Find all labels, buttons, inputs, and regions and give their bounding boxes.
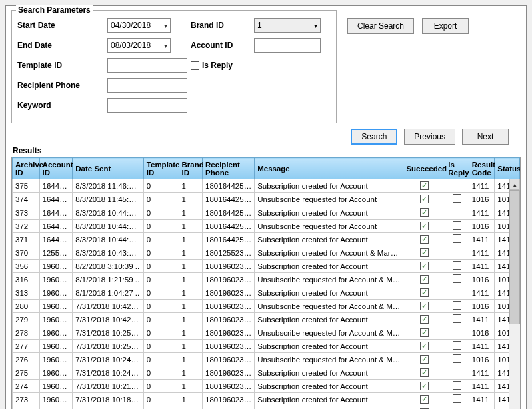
succeeded-cell[interactable]: ✓ (403, 313, 445, 326)
account-id-input[interactable] (254, 38, 321, 53)
succeeded-cell[interactable]: ✓ (403, 246, 445, 260)
col-succeeded[interactable]: Succeeded (403, 158, 445, 179)
checkbox-icon (453, 208, 461, 216)
recipient-phone-input[interactable] (107, 78, 187, 93)
col-template-id[interactable]: Template ID (143, 158, 179, 179)
next-button[interactable]: Next (462, 129, 509, 145)
end-date-input[interactable]: 08/03/2018▾ (107, 38, 171, 53)
col-brand-id[interactable]: Brand ID (179, 158, 203, 179)
chevron-down-icon: ▾ (164, 42, 167, 49)
table-row[interactable]: 37012552328/3/2018 10:43:50..01180125523… (13, 246, 520, 260)
table-row[interactable]: 37116442588/3/2018 10:44:27..01180164425… (13, 233, 520, 246)
succeeded-cell[interactable]: ✓ (403, 260, 445, 273)
cell: 18019602376 (203, 326, 255, 340)
export-button[interactable]: Export (422, 18, 469, 34)
col-is-reply[interactable]: Is Reply (445, 158, 469, 179)
is-reply-checkbox[interactable]: Is Reply (191, 61, 233, 70)
succeeded-cell[interactable]: ✓ (403, 340, 445, 353)
col-recipient-phone[interactable]: Recipient Phone (203, 158, 255, 179)
table-row[interactable]: 27519602377/31/2018 10:24:10011801960237… (13, 366, 520, 380)
succeeded-cell[interactable]: ✓ (403, 286, 445, 300)
is-reply-cell[interactable] (445, 353, 469, 366)
table-row[interactable]: 31619602378/1/2018 1:21:59 ..01180196023… (13, 273, 520, 286)
is-reply-cell[interactable] (445, 260, 469, 273)
col-date-sent[interactable]: Date Sent (73, 158, 144, 179)
vertical-scrollbar[interactable]: ▴ ▾ (509, 179, 520, 409)
is-reply-cell[interactable] (445, 179, 469, 193)
table-row[interactable]: 27719602377/31/2018 10:25:33011801960237… (13, 340, 520, 353)
results-table[interactable]: Archive ID Account ID Date Sent Template… (12, 157, 520, 409)
is-reply-cell[interactable] (445, 326, 469, 340)
table-row[interactable]: 27419602377/31/2018 10:21:12011801960237… (13, 380, 520, 393)
cell: 1 (179, 380, 203, 393)
is-reply-cell[interactable] (445, 300, 469, 313)
succeeded-cell[interactable]: ✓ (403, 393, 445, 406)
is-reply-cell[interactable] (445, 380, 469, 393)
is-reply-cell[interactable] (445, 273, 469, 286)
is-reply-cell[interactable] (445, 246, 469, 260)
succeeded-cell[interactable]: ✓ (403, 233, 445, 246)
is-reply-cell[interactable] (445, 286, 469, 300)
is-reply-cell[interactable] (445, 340, 469, 353)
cell: 0 (143, 326, 179, 340)
col-archive-id[interactable]: Archive ID (13, 158, 40, 179)
template-id-input[interactable] (107, 58, 187, 73)
table-row[interactable]: 37416442588/3/2018 11:45:53..01180164425… (13, 193, 520, 206)
table-row[interactable]: 37316442588/3/2018 10:44:58..01180164425… (13, 206, 520, 220)
col-status[interactable]: Status (495, 158, 520, 179)
succeeded-cell[interactable]: ✓ (403, 179, 445, 193)
succeeded-cell[interactable]: ✓ (403, 300, 445, 313)
succeeded-cell[interactable]: ✓ (403, 193, 445, 206)
table-row[interactable]: 27219602377/31/2018 10:17:41011801960237… (13, 406, 520, 410)
cell: 0 (143, 179, 179, 193)
succeeded-cell[interactable]: ✓ (403, 380, 445, 393)
cell: 18016442586 (203, 179, 255, 193)
checkbox-icon: ✓ (420, 222, 429, 230)
cell: 1016 (469, 353, 495, 366)
succeeded-cell[interactable]: ✓ (403, 353, 445, 366)
is-reply-cell[interactable] (445, 406, 469, 410)
succeeded-cell[interactable]: ✓ (403, 366, 445, 380)
cell: 1960237 (39, 326, 73, 340)
succeeded-cell[interactable]: ✓ (403, 326, 445, 340)
is-reply-cell[interactable] (445, 193, 469, 206)
cell: 18019602376 (203, 260, 255, 273)
table-row[interactable]: 27319602377/31/2018 10:18:50011801960237… (13, 393, 520, 406)
table-row[interactable]: 27919602377/31/2018 10:42:43011801960237… (13, 313, 520, 326)
table-row[interactable]: 27619602377/31/2018 10:24:14011801960237… (13, 353, 520, 366)
checkbox-icon: ✓ (420, 195, 429, 203)
cell: 8/3/2018 11:45:53.. (73, 193, 144, 206)
succeeded-cell[interactable]: ✓ (403, 406, 445, 410)
table-row[interactable]: 27819602377/31/2018 10:25:51011801960237… (13, 326, 520, 340)
is-reply-cell[interactable] (445, 220, 469, 233)
table-row[interactable]: 28019602377/31/2018 10:42:47011801960237… (13, 300, 520, 313)
keyword-input[interactable] (107, 98, 187, 113)
cell: 1960237 (39, 300, 73, 313)
brand-id-select[interactable]: 1▾ (254, 18, 321, 33)
previous-button[interactable]: Previous (404, 129, 455, 145)
cell: Unsubscribe requested for Account & Mar.… (255, 300, 403, 313)
col-account-id[interactable]: Account ID (39, 158, 73, 179)
cell: 18016442586 (203, 233, 255, 246)
col-message[interactable]: Message (255, 158, 403, 179)
is-reply-cell[interactable] (445, 313, 469, 326)
scroll-up-icon[interactable]: ▴ (509, 179, 520, 190)
is-reply-cell[interactable] (445, 206, 469, 220)
succeeded-cell[interactable]: ✓ (403, 273, 445, 286)
is-reply-cell[interactable] (445, 393, 469, 406)
table-row[interactable]: 31319602378/1/2018 1:04:27 ..01180196023… (13, 286, 520, 300)
col-result-code[interactable]: Result Code (469, 158, 495, 179)
succeeded-cell[interactable]: ✓ (403, 206, 445, 220)
table-row[interactable]: 37216442588/3/2018 10:44:36..01180164425… (13, 220, 520, 233)
table-row[interactable]: 37516442588/3/2018 11:46:04..01180164425… (13, 179, 520, 193)
search-button[interactable]: Search (351, 129, 397, 145)
is-reply-cell[interactable] (445, 366, 469, 380)
table-row[interactable]: 35619602378/2/2018 3:10:39 ..01180196023… (13, 260, 520, 273)
is-reply-cell[interactable] (445, 233, 469, 246)
clear-search-button[interactable]: Clear Search (347, 18, 414, 34)
cell: 1 (179, 353, 203, 366)
cell: 1016 (469, 273, 495, 286)
scroll-thumb[interactable] (509, 190, 520, 324)
start-date-input[interactable]: 04/30/2018▾ (107, 18, 171, 33)
succeeded-cell[interactable]: ✓ (403, 220, 445, 233)
